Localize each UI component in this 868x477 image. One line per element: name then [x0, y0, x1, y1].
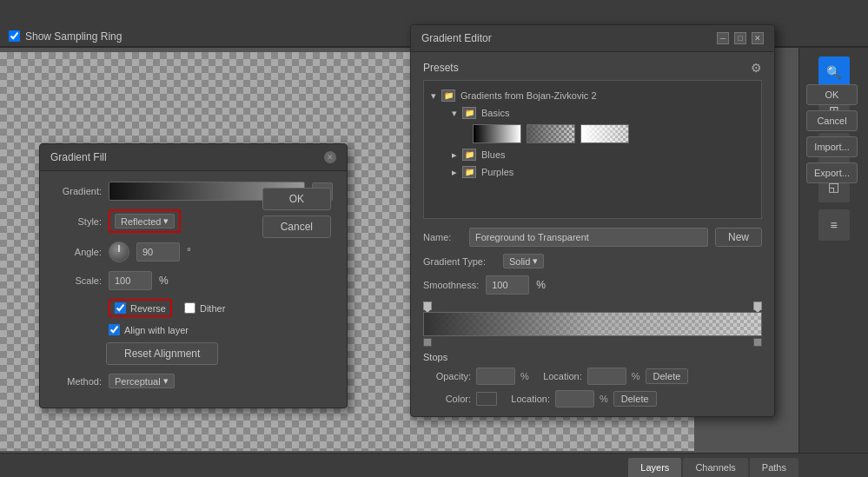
color-location-pct: % [600, 394, 608, 404]
chevron-down-icon2: ▾ [452, 108, 457, 119]
editor-export-button[interactable]: Export... [806, 162, 858, 183]
search-icon[interactable]: 🔍 [818, 56, 850, 88]
presets-header: Presets ⚙ [423, 61, 762, 75]
opacity-value-input[interactable] [476, 368, 515, 385]
new-button[interactable]: New [715, 228, 762, 247]
angle-row: Angle: 90 ° [54, 242, 333, 262]
gradient-type-select[interactable]: Solid ▾ [503, 254, 544, 268]
style-highlight-box: Reflected ▾ [109, 209, 181, 233]
swatch-bw [473, 124, 521, 143]
color-delete-button[interactable]: Delete [613, 391, 657, 407]
preset-group-bojan-header[interactable]: ▾ 📁 Gradients from Bojan-Zivkovic 2 [431, 87, 754, 104]
reverse-label: Reverse [130, 303, 166, 314]
editor-window-buttons: ─ □ ✕ [717, 32, 764, 44]
preset-basics-header[interactable]: ▾ 📁 Basics [452, 104, 754, 122]
preset-basics-group: ▾ 📁 Basics [431, 104, 754, 146]
gradient-type-value: Solid [509, 256, 530, 267]
angle-knob[interactable] [109, 242, 129, 262]
color-stops-row [423, 338, 762, 347]
align-checkbox[interactable] [109, 324, 120, 335]
align-checkbox-item: Align with layer [109, 324, 189, 335]
adjust-icon[interactable]: ≡ [818, 209, 850, 241]
smoothness-label: Smoothness: [423, 280, 479, 290]
gradient-type-chevron-icon: ▾ [533, 255, 538, 267]
align-row: Align with layer [109, 324, 333, 335]
editor-cancel-button[interactable]: Cancel [806, 110, 858, 131]
style-label: Style: [54, 216, 102, 227]
name-row: Name: New [423, 228, 762, 247]
folder-icon: 📁 [441, 89, 455, 102]
gradient-label: Gradient: [54, 186, 102, 196]
preset-group-bojan-label: Gradients from Bojan-Zivkovic 2 [461, 90, 597, 101]
gradient-bar[interactable] [423, 312, 762, 336]
opacity-delete-button[interactable]: Delete [646, 368, 689, 384]
reverse-highlight-box: Reverse [109, 299, 172, 317]
swatch-checker [527, 124, 575, 143]
editor-ok-button[interactable]: OK [806, 84, 858, 105]
method-row: Method: Perceptual ▾ [54, 374, 333, 388]
reset-alignment-row: Reset Alignment [106, 342, 333, 365]
scale-label: Scale: [54, 275, 102, 286]
gradient-editor-title-bar: Gradient Editor ─ □ ✕ [411, 25, 774, 52]
style-value: Reflected [121, 216, 161, 227]
sampling-ring-label: Show Sampling Ring [25, 30, 122, 43]
style-chevron-icon: ▾ [163, 215, 169, 227]
scale-input[interactable] [109, 271, 152, 290]
gradient-fill-cancel-button[interactable]: Cancel [262, 215, 331, 238]
editor-maximize-button[interactable]: □ [734, 32, 746, 44]
scale-unit: % [159, 275, 169, 287]
checkbox-row: Reverse Dither [109, 299, 333, 317]
folder-blues-icon: 📁 [462, 149, 476, 161]
editor-close-button[interactable]: ✕ [752, 32, 764, 44]
reset-alignment-button[interactable]: Reset Alignment [106, 342, 218, 365]
color-stop-right[interactable] [753, 338, 762, 347]
reverse-checkbox[interactable] [115, 302, 126, 314]
gradient-editor-body: Presets ⚙ ▾ 📁 Gradients from Bojan-Zivko… [411, 52, 774, 416]
editor-import-button[interactable]: Import... [806, 136, 858, 157]
folder-purples-icon: 📁 [462, 166, 476, 178]
angle-input[interactable]: 90 [136, 242, 180, 262]
preset-group-bojan: ▾ 📁 Gradients from Bojan-Zivkovic 2 ▾ 📁 … [424, 84, 761, 183]
status-tabs: Layers Channels Paths [628, 458, 798, 477]
opacity-location-input[interactable] [587, 368, 626, 385]
gradient-fill-close-button[interactable]: ✕ [324, 151, 336, 163]
name-input[interactable] [469, 228, 708, 247]
color-swatch[interactable] [476, 392, 497, 406]
presets-list[interactable]: ▾ 📁 Gradients from Bojan-Zivkovic 2 ▾ 📁 … [423, 80, 762, 219]
preset-purples-label: Purples [481, 167, 514, 177]
maximize-icon: □ [738, 34, 742, 43]
gradient-editor-dialog: Gradient Editor ─ □ ✕ Presets ⚙ ▾ 📁 [410, 24, 775, 417]
tab-channels[interactable]: Channels [683, 458, 747, 477]
stops-label: Stops [423, 352, 762, 362]
opacity-stop-right[interactable] [753, 301, 762, 310]
method-chevron-icon: ▾ [163, 375, 169, 387]
chevron-right-blues-icon: ▸ [452, 149, 457, 161]
sampling-ring-checkbox[interactable] [9, 30, 20, 42]
gradient-fill-title-text: Gradient Fill [50, 151, 107, 163]
opacity-location-label: Location: [534, 371, 582, 381]
gradient-fill-ok-button[interactable]: OK [262, 188, 331, 210]
color-location-input[interactable] [555, 390, 594, 407]
tab-layers[interactable]: Layers [628, 458, 681, 477]
color-stop-left[interactable] [423, 338, 432, 347]
align-label: Align with layer [124, 325, 189, 335]
editor-minimize-button[interactable]: ─ [717, 32, 729, 44]
chevron-right-purples-icon: ▸ [452, 167, 457, 178]
tab-paths[interactable]: Paths [750, 458, 798, 477]
method-select[interactable]: Perceptual ▾ [109, 374, 175, 388]
style-select[interactable]: Reflected ▾ [115, 214, 175, 229]
gradient-fill-title-bar: Gradient Fill ✕ [40, 144, 347, 171]
opacity-location-pct: % [632, 371, 640, 381]
gradient-fill-body: Gradient: ▾ Style: Reflected ▾ Angle: 90… [40, 171, 347, 407]
opacity-stop-left[interactable] [423, 301, 432, 310]
smoothness-input[interactable] [486, 275, 529, 295]
opacity-pct: % [520, 371, 529, 381]
presets-gear-button[interactable]: ⚙ [751, 61, 762, 75]
preset-blues-header[interactable]: ▸ 📁 Blues [452, 146, 754, 163]
presets-label: Presets [423, 62, 459, 74]
gradient-fill-actions: OK Cancel [262, 188, 331, 238]
smoothness-unit: % [536, 279, 546, 291]
preset-purples-header[interactable]: ▸ 📁 Purples [452, 163, 754, 181]
dither-checkbox[interactable] [184, 302, 195, 314]
preset-swatch-row-1[interactable] [452, 122, 754, 146]
